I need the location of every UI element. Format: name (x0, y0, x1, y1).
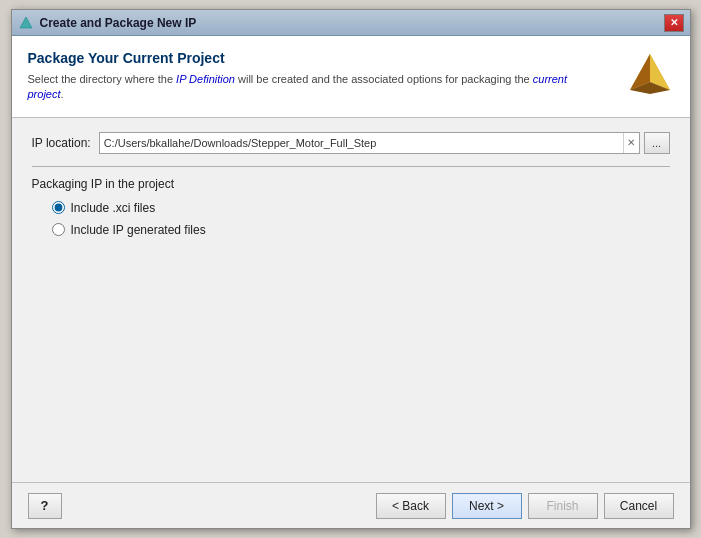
content-area: IP location: ✕ ... Packaging IP in the p… (12, 118, 690, 482)
subtitle-part1: Select the directory where the (28, 73, 177, 85)
title-bar: Create and Package New IP ✕ (12, 10, 690, 36)
ip-location-row: IP location: ✕ ... (32, 132, 670, 154)
ip-location-browse-button[interactable]: ... (644, 132, 670, 154)
vivado-logo (626, 50, 674, 98)
ip-location-clear-button[interactable]: ✕ (623, 133, 639, 153)
subtitle-highlight1: IP Definition (176, 73, 235, 85)
footer-right: < Back Next > Finish Cancel (376, 493, 674, 519)
svg-marker-0 (20, 17, 32, 28)
help-button[interactable]: ? (28, 493, 62, 519)
radio-xci-label: Include .xci files (71, 201, 156, 215)
header-title: Package Your Current Project (28, 50, 626, 66)
next-button[interactable]: Next > (452, 493, 522, 519)
radio-include-xci[interactable] (52, 201, 65, 214)
section-divider (32, 166, 670, 167)
ip-location-input[interactable] (100, 133, 623, 153)
packaging-section-label: Packaging IP in the project (32, 177, 670, 191)
window-controls: ✕ (664, 14, 684, 32)
subtitle-end: . (61, 88, 64, 100)
footer: ? < Back Next > Finish Cancel (12, 482, 690, 528)
radio-ip-generated-label: Include IP generated files (71, 223, 206, 237)
finish-button[interactable]: Finish (528, 493, 598, 519)
header-subtitle: Select the directory where the IP Defini… (28, 72, 578, 103)
window-icon (18, 15, 34, 31)
subtitle-part2: will be created and the associated optio… (235, 73, 533, 85)
back-button[interactable]: < Back (376, 493, 446, 519)
header-section: Package Your Current Project Select the … (12, 36, 690, 118)
ip-location-label: IP location: (32, 136, 91, 150)
radio-option-xci: Include .xci files (52, 201, 670, 215)
header-text: Package Your Current Project Select the … (28, 50, 626, 103)
footer-left: ? (28, 493, 62, 519)
window-title: Create and Package New IP (40, 16, 664, 30)
radio-option-ip-generated: Include IP generated files (52, 223, 670, 237)
radio-include-ip-generated[interactable] (52, 223, 65, 236)
ip-location-field-wrapper: ✕ (99, 132, 640, 154)
main-window: Create and Package New IP ✕ Package Your… (11, 9, 691, 529)
cancel-button[interactable]: Cancel (604, 493, 674, 519)
close-button[interactable]: ✕ (664, 14, 684, 32)
